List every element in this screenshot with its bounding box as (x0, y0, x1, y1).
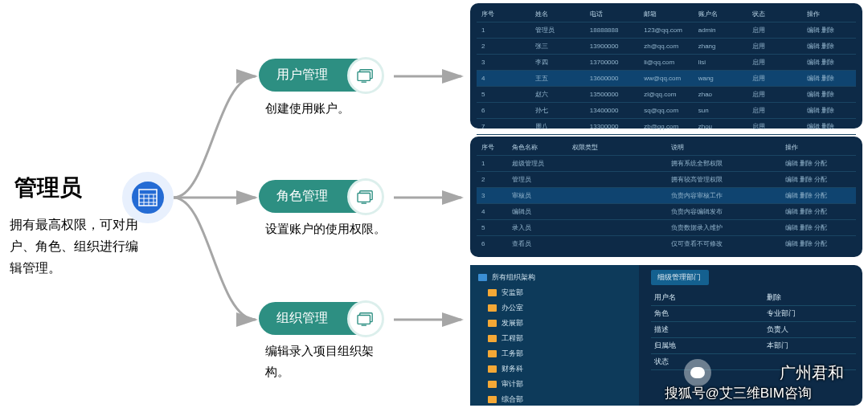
folder-icon (478, 274, 487, 281)
folder-icon (488, 396, 497, 403)
table-row: 1超级管理员拥有系统全部权限编辑 删除 分配 (477, 156, 856, 172)
folder-icon (488, 350, 497, 357)
tree-item[interactable]: 综合部 (470, 392, 639, 407)
table-header-row: 序号角色名称权限类型说明操作 (477, 140, 856, 156)
monitor-icon (347, 57, 384, 94)
building-icon (138, 189, 158, 206)
table-row: 2管理员拥有较高管理权限编辑 删除 分配 (477, 172, 856, 188)
node-role: 角色管理 (259, 180, 379, 213)
user-table: 序号姓名电话邮箱账户名状态操作 1管理员18888888123@qq.comad… (477, 6, 856, 150)
node-user-caption: 创建使用账户。 (265, 98, 394, 119)
svg-rect-11 (358, 193, 370, 202)
root-desc: 拥有最高权限，可对用户、角色、组织进行编辑管理。 (10, 214, 146, 279)
table-row: 5录入员负责数据录入维护编辑 删除 分配 (477, 220, 856, 236)
detail-row: 用户名删除 (651, 290, 856, 306)
table-row: 5赵六13500000zl@qq.comzhao启用编辑 删除 (477, 87, 856, 103)
folder-icon (488, 381, 497, 388)
table-row: 2张三13900000zh@qq.comzhang启用编辑 删除 (477, 39, 856, 55)
folder-icon (488, 304, 497, 312)
tree-item[interactable]: 发展部 (470, 316, 639, 331)
svg-rect-8 (358, 71, 370, 80)
tree-item[interactable]: 安监部 (470, 285, 639, 300)
table-row: 4王五13600000ww@qq.comwang启用编辑 删除 (477, 71, 856, 87)
table-row: 3李四13700000li@qq.comlisi启用编辑 删除 (477, 55, 856, 71)
svg-rect-14 (358, 315, 370, 324)
tree-root[interactable]: 所有组织架构 (470, 270, 639, 285)
root-admin-icon (122, 172, 174, 223)
tree-item[interactable]: 审计部 (470, 377, 639, 392)
detail-row: 角色专业部门 (651, 306, 856, 322)
tree-item[interactable]: 财务科 (470, 361, 639, 377)
tree-item[interactable]: 工程部 (470, 331, 639, 346)
detail-row: 归属地本部门 (651, 338, 856, 354)
org-tree: 所有组织架构 安监部 办公室 发展部 工程部 工务部 财务科 审计部 综合部 (470, 265, 639, 406)
table-row: 3审核员负责内容审核工作编辑 删除 分配 (477, 188, 856, 204)
watermark-source: 搜狐号@艾三维BIM咨询 (665, 384, 812, 402)
wechat-icon (684, 359, 711, 386)
table-header-row: 序号姓名电话邮箱账户名状态操作 (477, 6, 856, 22)
monitor-icon (347, 300, 384, 337)
table-row: 1管理员18888888123@qq.comadmin启用编辑 删除 (477, 22, 856, 39)
svg-rect-0 (139, 190, 157, 206)
table-row: 7周八13300000zb@qq.comzhou启用编辑 删除 (477, 119, 856, 135)
folder-icon (488, 335, 497, 342)
monitor-icon (347, 178, 384, 215)
table-row: 6查看员仅可查看不可修改编辑 删除 分配 (477, 236, 856, 252)
tree-item[interactable]: 办公室 (470, 300, 639, 316)
detail-header: 细级管理部门 (651, 270, 709, 285)
node-role-caption: 设置账户的使用权限。 (265, 218, 394, 239)
org-detail: 细级管理部门 用户名删除 角色专业部门 描述负责人 归属地本部门 状态 (651, 270, 856, 370)
root-title: 管理员 (14, 173, 82, 203)
table-row: 6孙七13400000sq@qq.comsun启用编辑 删除 (477, 103, 856, 119)
detail-row: 描述负责人 (651, 322, 856, 338)
folder-icon (488, 289, 497, 296)
watermark-brand: 广州君和 (780, 362, 844, 384)
panel-user-table: 序号姓名电话邮箱账户名状态操作 1管理员18888888123@qq.comad… (470, 3, 862, 129)
node-user: 用户管理 (259, 59, 379, 92)
folder-icon (488, 365, 497, 373)
table-row: 4编辑员负责内容编辑发布编辑 删除 分配 (477, 204, 856, 220)
panel-role-table: 序号角色名称权限类型说明操作 1超级管理员拥有系统全部权限编辑 删除 分配 2管… (470, 137, 862, 257)
node-org: 组织管理 (259, 302, 379, 335)
tree-item[interactable]: 工务部 (470, 346, 639, 361)
role-table: 序号角色名称权限类型说明操作 1超级管理员拥有系统全部权限编辑 删除 分配 2管… (477, 140, 856, 251)
folder-icon (488, 320, 497, 327)
node-org-caption: 编辑录入项目组织架构。 (265, 341, 394, 381)
